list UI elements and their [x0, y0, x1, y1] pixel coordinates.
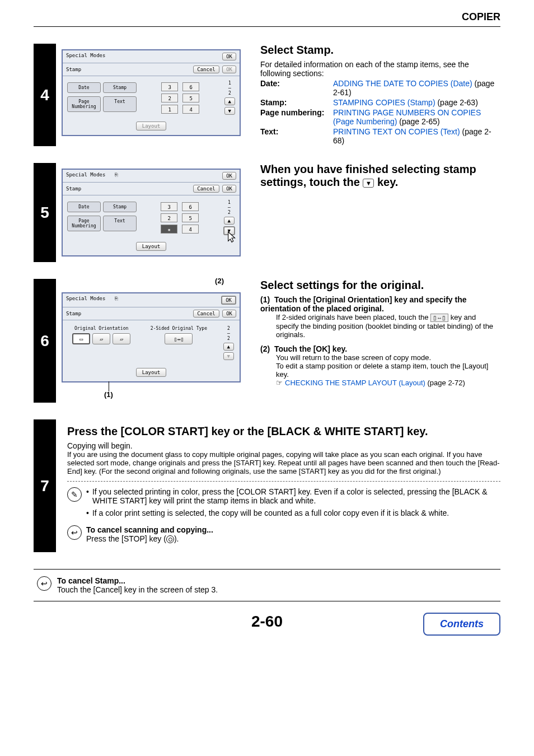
step-number: 6	[34, 279, 56, 403]
stamp-button[interactable]: Stamp	[103, 82, 137, 93]
divider	[67, 481, 500, 482]
step6-1-label: (1)	[260, 295, 270, 304]
step-number: 5	[34, 163, 56, 262]
step6-1-body: If 2-sided originals have been placed, t…	[276, 313, 500, 339]
stop-key-icon	[166, 535, 174, 543]
layout-button[interactable]: Layout	[136, 242, 167, 251]
orig-orient-label: Original Orientation	[68, 326, 134, 331]
note-icon: ✎	[67, 487, 82, 502]
two-sided-button[interactable]: ▯↔▯	[165, 333, 193, 344]
stamp-label: Stamp	[66, 311, 81, 316]
position-6[interactable]: 6	[182, 202, 199, 211]
two-sided-label: 2-Sided Original Type	[146, 326, 212, 331]
return-icon: ↩	[37, 576, 51, 591]
step6-2-label: (2)	[260, 344, 270, 353]
cancel-scan-body: Press the [STOP] key ().	[86, 534, 213, 543]
tray-icon: ⎘	[115, 296, 118, 301]
step6-title: Select settings for the original.	[260, 279, 500, 292]
cursor-icon	[226, 231, 238, 245]
date-button[interactable]: Date	[67, 82, 101, 93]
scroll-up-button[interactable]: ▲	[223, 343, 234, 351]
position-2[interactable]: 2	[161, 94, 178, 102]
position-4[interactable]: 4	[182, 105, 199, 114]
special-modes-label: Special Modes	[66, 53, 105, 60]
step-5: 5 Special Modes ⎘ OK Stamp Cancel OK	[34, 163, 500, 262]
position-6[interactable]: 6	[182, 82, 199, 91]
position-1[interactable]: ▪	[161, 225, 177, 234]
ok-button[interactable]: OK	[222, 53, 236, 60]
cancel-button[interactable]: Cancel	[193, 310, 219, 318]
ok-button[interactable]: OK	[222, 185, 236, 193]
callout-2: (2)	[215, 277, 224, 285]
step6-2-body-b: To edit a stamp position or delete a sta…	[276, 362, 500, 379]
page-numbering-button[interactable]: Page Numbering	[67, 216, 101, 231]
layout-button[interactable]: Layout	[136, 368, 167, 377]
step4-title: Select Stamp.	[260, 44, 500, 57]
position-4[interactable]: 4	[182, 225, 199, 234]
step4-intro: For detailed information on each of the …	[260, 60, 500, 78]
position-3[interactable]: 3	[161, 82, 178, 91]
text-button[interactable]: Text	[103, 216, 137, 231]
scroll-down-button[interactable]: ▼	[223, 352, 234, 360]
ok-button[interactable]: OK	[222, 310, 236, 318]
page-indicator: 1─2	[228, 200, 231, 215]
scroll-up-button[interactable]: ▲	[224, 217, 235, 225]
page-indicator: 1─2	[228, 81, 231, 96]
step7-p2: If you are using the document glass to c…	[67, 450, 500, 475]
step6-1-title: Touch the [Original Orientation] key and…	[260, 295, 466, 313]
stamp-link[interactable]: STAMPING COPIES (Stamp)	[333, 98, 435, 107]
date-link[interactable]: ADDING THE DATE TO COPIES (Date)	[333, 79, 472, 88]
date-button[interactable]: Date	[67, 202, 101, 212]
ok-button[interactable]: OK	[222, 172, 236, 180]
two-sided-key-icon: ▯↔▯	[430, 314, 448, 322]
stamp-button[interactable]: Stamp	[103, 202, 137, 212]
cancel-stamp-note: ↩ To cancel Stamp... Touch the [Cancel] …	[34, 569, 500, 601]
ok-button[interactable]: OK	[221, 296, 236, 305]
scroll-down-button[interactable]: ▼	[224, 107, 235, 115]
step-number: 4	[34, 44, 56, 146]
ok-button[interactable]: OK	[222, 66, 236, 73]
layout-button[interactable]: Layout	[136, 122, 167, 130]
ref-icon	[276, 379, 285, 387]
page-number: 2-60	[251, 613, 283, 630]
text-label: Text:	[260, 127, 333, 145]
position-5[interactable]: 5	[182, 213, 199, 222]
position-1[interactable]: 1	[161, 105, 178, 114]
stamp-screen-step4: Special Modes OK Stamp Cancel OK Date St…	[62, 49, 241, 136]
stamp-label: Stamp:	[260, 98, 333, 107]
position-3[interactable]: 3	[161, 202, 177, 211]
text-button[interactable]: Text	[103, 96, 137, 112]
stamp-ref: (page 2-63)	[435, 98, 478, 107]
date-label: Date:	[260, 79, 333, 97]
step6-2-body-a: You will return to the base screen of co…	[276, 353, 500, 362]
page-numbering-button[interactable]: Page Numbering	[67, 96, 101, 112]
step7-bullet2: If a color print setting is selected, th…	[92, 508, 449, 517]
step5-title: When you have finished selecting stamp s…	[260, 163, 500, 189]
pn-label: Page numbering:	[260, 108, 333, 126]
position-5[interactable]: 5	[182, 94, 199, 102]
step7-p1: Copying will begin.	[67, 441, 500, 450]
stamp-screen-step6: Special Modes ⎘ OK Stamp Cancel OK Origi…	[62, 292, 241, 382]
scroll-up-button[interactable]: ▲	[224, 97, 235, 105]
text-link[interactable]: PRINTING TEXT ON COPIES (Text)	[333, 127, 460, 136]
down-arrow-key-icon: ▼	[363, 179, 374, 188]
pn-ref: (page 2-65)	[397, 117, 439, 126]
cancel-button[interactable]: Cancel	[193, 185, 219, 193]
contents-button[interactable]: Contents	[423, 613, 500, 636]
step-4: 4 Special Modes OK Stamp Cancel OK	[34, 44, 500, 146]
page-indicator: 2─2	[227, 326, 230, 341]
callout-1: (1)	[104, 390, 113, 399]
step7-bullet1: If you selected printing in color, press…	[92, 487, 500, 505]
orient-portrait-button[interactable]: ▭	[72, 333, 90, 344]
cancel-stamp-body: Touch the [Cancel] key in the screen of …	[57, 585, 218, 594]
stamp-screen-step5: Special Modes ⎘ OK Stamp Cancel OK Date …	[62, 169, 241, 256]
orient-option-button[interactable]: ▱	[113, 333, 130, 344]
layout-link[interactable]: CHECKING THE STAMP LAYOUT (Layout)	[285, 379, 425, 387]
step6-2-title: Touch the [OK] key.	[274, 344, 347, 353]
orient-option-button[interactable]: ▱	[92, 333, 110, 344]
cancel-button[interactable]: Cancel	[193, 66, 219, 73]
step7-title: Press the [COLOR START] key or the [BLAC…	[67, 425, 500, 438]
step-number: 7	[34, 419, 56, 552]
layout-ref: (page 2-72)	[425, 379, 465, 387]
position-2[interactable]: 2	[161, 213, 177, 222]
